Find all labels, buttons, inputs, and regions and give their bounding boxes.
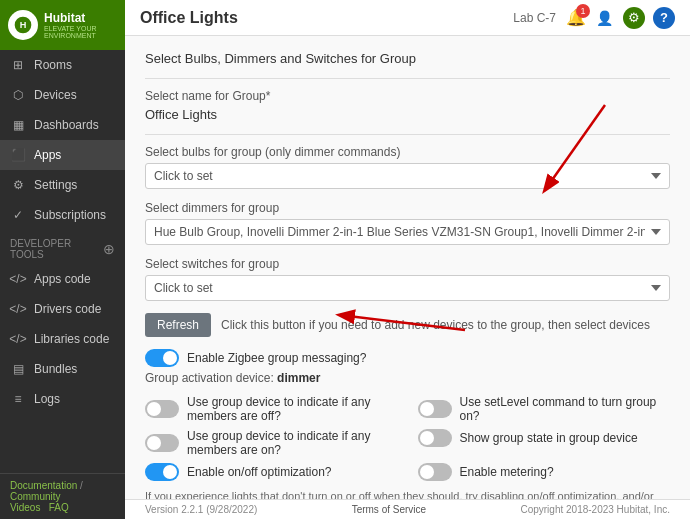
footer-link-videos[interactable]: Videos <box>10 502 40 513</box>
logo-icon: H <box>8 10 38 40</box>
section-label: Select Bulbs, Dimmers and Switches for G… <box>145 51 670 66</box>
zigbee-toggle-row: Enable Zigbee group messaging? <box>145 349 670 367</box>
copyright-text: Copyright 2018-2023 Hubitat, Inc. <box>520 504 670 515</box>
help-button[interactable]: ? <box>653 7 675 29</box>
version-text: Version 2.2.1 (9/28/2022) <box>145 504 257 515</box>
devices-icon: ⬡ <box>10 87 26 103</box>
switches-label: Select switches for group <box>145 257 670 271</box>
sidebar-item-libraries-code[interactable]: </> Libraries code <box>0 324 125 354</box>
dimmers-label: Select dimmers for group <box>145 201 670 215</box>
header-right: Lab C-7 🔔 1 👤 ⚙ ? <box>513 7 675 29</box>
logo-tagline: ELEVATE YOUR ENVIRONMENT <box>44 25 117 39</box>
apps-icon: ⬛ <box>10 147 26 163</box>
show-state-switch[interactable] <box>418 429 452 447</box>
toggle-show-state-row: Show group state in group device <box>418 429 671 457</box>
sidebar-footer: Documentation / Community Videos FAQ <box>0 473 125 519</box>
zigbee-toggle: Enable Zigbee group messaging? <box>145 349 670 367</box>
show-state-label: Show group state in group device <box>460 431 638 445</box>
bulbs-select[interactable]: Click to set <box>145 163 670 189</box>
section-header: Select Bulbs, Dimmers and Switches for G… <box>145 51 670 66</box>
developer-section-toggle[interactable]: ⊕ <box>103 241 115 257</box>
zigbee-toggle-label: Enable Zigbee group messaging? <box>187 351 366 365</box>
header-icons: ⚙ ? <box>623 7 675 29</box>
switches-select[interactable]: Click to set <box>145 275 670 301</box>
sidebar-item-label: Bundles <box>34 362 77 376</box>
switches-select-wrapper: Click to set <box>145 275 670 301</box>
logo-title: Hubitat <box>44 11 117 25</box>
refresh-hint: Click this button if you need to add new… <box>221 318 650 332</box>
bulbs-select-wrapper: Click to set <box>145 163 670 189</box>
sidebar-nav: ⊞ Rooms ⬡ Devices ▦ Dashboards ⬛ Apps ⚙ … <box>0 50 125 473</box>
subscriptions-icon: ✓ <box>10 207 26 223</box>
sidebar-item-label: Settings <box>34 178 77 192</box>
sidebar-item-label: Apps <box>34 148 61 162</box>
sidebar-item-devices[interactable]: ⬡ Devices <box>0 80 125 110</box>
toggle-indicate-off-row: Use group device to indicate if any memb… <box>145 395 398 423</box>
switches-select-group: Select switches for group Click to set <box>145 257 670 301</box>
zigbee-toggle-switch[interactable] <box>145 349 179 367</box>
sidebar-item-label: Subscriptions <box>34 208 106 222</box>
page-title: Office Lights <box>140 9 238 27</box>
group-name-field: Select name for Group* Office Lights <box>145 89 670 122</box>
indicate-off-label: Use group device to indicate if any memb… <box>187 395 398 423</box>
toggle-metering-row: Enable metering? <box>418 463 671 481</box>
settings-icon: ⚙ <box>10 177 26 193</box>
toggle-onoff-row: Enable on/off optimization? <box>145 463 398 481</box>
metering-label: Enable metering? <box>460 465 554 479</box>
content-footer: Version 2.2.1 (9/28/2022) Terms of Servi… <box>125 499 690 519</box>
info-text: If you experience lights that don't turn… <box>145 489 670 499</box>
toggle-grid: Use group device to indicate if any memb… <box>145 395 670 481</box>
user-icon[interactable]: 👤 <box>596 10 613 26</box>
terms-link[interactable]: Terms of Service <box>352 504 426 515</box>
onoff-switch[interactable] <box>145 463 179 481</box>
bulbs-label: Select bulbs for group (only dimmer comm… <box>145 145 670 159</box>
footer-link-docs[interactable]: Documentation <box>10 480 77 491</box>
bundles-icon: ▤ <box>10 361 26 377</box>
svg-text:H: H <box>20 20 27 30</box>
toggle-show-state: Show group state in group device <box>418 429 671 447</box>
footer-link-faq[interactable]: FAQ <box>49 502 69 513</box>
drivers-code-icon: </> <box>10 301 26 317</box>
sidebar-item-apps-code[interactable]: </> Apps code <box>0 264 125 294</box>
setlevel-switch[interactable] <box>418 400 452 418</box>
rooms-icon: ⊞ <box>10 57 26 73</box>
sidebar-item-dashboards[interactable]: ▦ Dashboards <box>0 110 125 140</box>
sidebar-item-label: Rooms <box>34 58 72 72</box>
sidebar-item-drivers-code[interactable]: </> Drivers code <box>0 294 125 324</box>
toggle-setlevel-row: Use setLevel command to turn group on? <box>418 395 671 423</box>
toggle-metering: Enable metering? <box>418 463 671 481</box>
refresh-row: Refresh Click this button if you need to… <box>145 313 670 337</box>
name-label: Select name for Group* <box>145 89 670 103</box>
settings-gear-button[interactable]: ⚙ <box>623 7 645 29</box>
notification-badge: 1 <box>576 4 590 18</box>
sidebar-item-apps[interactable]: ⬛ Apps <box>0 140 125 170</box>
sidebar-logo: H Hubitat ELEVATE YOUR ENVIRONMENT <box>0 0 125 50</box>
toggle-setlevel: Use setLevel command to turn group on? <box>418 395 671 423</box>
footer-links: Terms of Service <box>352 504 426 515</box>
toggle-indicate-on: Use group device to indicate if any memb… <box>145 429 398 457</box>
main-content: Select Bulbs, Dimmers and Switches for G… <box>125 36 690 499</box>
dimmers-select-wrapper: Hue Bulb Group, Inovelli Dimmer 2-in-1 B… <box>145 219 670 245</box>
sidebar-item-bundles[interactable]: ▤ Bundles <box>0 354 125 384</box>
main-wrapper: Office Lights Lab C-7 🔔 1 👤 ⚙ ? Select B… <box>125 0 690 519</box>
sidebar-item-settings[interactable]: ⚙ Settings <box>0 170 125 200</box>
setlevel-label: Use setLevel command to turn group on? <box>460 395 671 423</box>
footer-link-community[interactable]: Community <box>10 491 61 502</box>
logs-icon: ≡ <box>10 391 26 407</box>
refresh-button[interactable]: Refresh <box>145 313 211 337</box>
sidebar-item-rooms[interactable]: ⊞ Rooms <box>0 50 125 80</box>
indicate-on-label: Use group device to indicate if any memb… <box>187 429 398 457</box>
sidebar-item-subscriptions[interactable]: ✓ Subscriptions <box>0 200 125 230</box>
toggle-onoff: Enable on/off optimization? <box>145 463 398 481</box>
indicate-off-switch[interactable] <box>145 400 179 418</box>
notification-bell[interactable]: 🔔 1 <box>566 8 586 27</box>
sidebar-item-label: Devices <box>34 88 77 102</box>
indicate-on-switch[interactable] <box>145 434 179 452</box>
apps-code-icon: </> <box>10 271 26 287</box>
metering-switch[interactable] <box>418 463 452 481</box>
header: Office Lights Lab C-7 🔔 1 👤 ⚙ ? <box>125 0 690 36</box>
libraries-code-icon: </> <box>10 331 26 347</box>
sidebar-item-logs[interactable]: ≡ Logs <box>0 384 125 414</box>
toggle-indicate-on-row: Use group device to indicate if any memb… <box>145 429 398 457</box>
dimmers-select[interactable]: Hue Bulb Group, Inovelli Dimmer 2-in-1 B… <box>145 219 670 245</box>
